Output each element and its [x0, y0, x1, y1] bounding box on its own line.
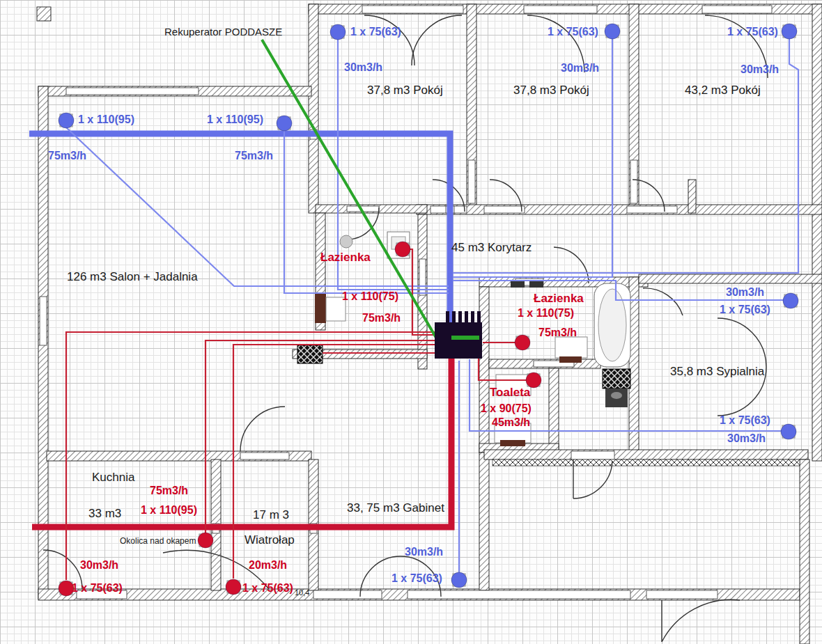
exhaust-duct-label: 30m3/h: [80, 560, 118, 572]
recuperator-connector: [458, 311, 462, 322]
exhaust-duct-label: 1 x 110(95): [141, 505, 197, 517]
exhaust-duct-label: 1 x 75(63): [242, 583, 293, 595]
room-label: 45 m3 Korytarz: [451, 242, 532, 254]
sink: [511, 281, 525, 288]
exhaust-duct-label: 1 x 110(75): [518, 308, 574, 320]
room-label: Kuchnia: [92, 471, 134, 484]
door-arc: [240, 407, 285, 451]
room-label: Okolica nad okapem: [120, 537, 196, 546]
door-arc: [662, 599, 740, 642]
exhaust-duct-label: 20m3/h: [249, 560, 287, 572]
recuperator-connector: [477, 311, 481, 322]
supply-vent-icon: [783, 293, 798, 308]
terrace-insulation-band: [493, 460, 800, 466]
supply-duct-label: 75m3/h: [235, 150, 273, 162]
door-arc: [412, 15, 462, 65]
recuperator-connector: [465, 311, 468, 322]
supply-vent-icon: [605, 24, 620, 39]
room-label: 43,2 m3 Pokój: [685, 84, 761, 97]
supply-duct-label: 1 x 75(63): [391, 573, 442, 585]
exhaust-duct-label: 1 x 75(63): [72, 583, 123, 595]
exhaust-duct-label: 75m3/h: [362, 313, 401, 324]
chimney: [37, 7, 51, 21]
exhaust-duct-label: 45m3/h: [492, 417, 530, 429]
supply-vent-icon: [782, 24, 797, 39]
supply-duct-label: 30m3/h: [561, 63, 599, 74]
sink: [529, 281, 543, 288]
recuperator-connector: [446, 311, 449, 322]
supply-vent-icon: [277, 116, 292, 131]
vanity: [555, 337, 587, 358]
shower-drain: [340, 235, 352, 248]
room-label: 37,8 m3 Pokój: [367, 84, 443, 97]
supply-duct-label: 30m3/h: [740, 64, 779, 76]
supply-vent-icon: [781, 424, 796, 439]
supply-duct-label: 30m3/h: [727, 433, 766, 445]
supply-duct-label: 1 x 75(63): [720, 415, 770, 427]
room-label: Rekuperator PODDASZE: [164, 26, 282, 38]
supply-duct-label: 30m3/h: [405, 547, 443, 558]
room-label: Wiatrołap: [245, 534, 295, 547]
fireplace: [297, 345, 323, 363]
room-label: 126 m3 Salon + Jadalnia: [67, 271, 198, 283]
exhaust-vent-icon: [395, 242, 410, 257]
exhaust-vent-icon: [515, 335, 530, 350]
cabinet-front: [500, 440, 525, 446]
exhaust-duct-label: 75m3/h: [150, 485, 188, 497]
recuperator-unit: [435, 322, 482, 359]
boiler-top: [611, 392, 622, 399]
supply-vent-icon: [59, 113, 74, 128]
supply-duct-label: 1 x 75(63): [548, 26, 598, 38]
door-arc: [643, 288, 683, 315]
supply-duct-label: 75m3/h: [48, 150, 86, 162]
supply-duct-label: 1 x 75(63): [727, 26, 778, 38]
room-label: 10,4: [295, 589, 309, 597]
recuperator-connector: [471, 311, 474, 322]
supply-duct-label: 30m3/h: [344, 62, 382, 74]
floor-plan-canvas: Rekuperator PODDASZE37,8 m3 Pokój37,8 m3…: [0, 0, 822, 644]
exhaust-vent-icon: [198, 533, 213, 548]
door-arc: [718, 318, 766, 367]
supply-duct-label: 1 x 110(95): [78, 114, 134, 126]
supply-duct-label: 1 x 75(63): [720, 304, 770, 316]
room-label: 17 m 3: [253, 509, 289, 521]
exhaust-branch-okap: [206, 340, 437, 546]
supply-duct-label: 1 x 75(63): [350, 26, 401, 38]
room-label: 35,8 m3 Sypialnia: [670, 366, 764, 378]
supply-duct-label: 30m3/h: [726, 287, 764, 299]
exhaust-duct-label: 1 x 110(75): [342, 291, 398, 303]
exhaust-duct-label: Toaleta: [490, 386, 530, 399]
room-label: 33 m3: [88, 508, 121, 520]
boiler-flue: [603, 369, 630, 388]
exhaust-duct-label: Łazienka: [534, 292, 584, 305]
room-label: 37,8 m3 Pokój: [513, 84, 589, 97]
supply-duct-label: 1 x 110(95): [207, 114, 263, 126]
supply-vent-icon: [330, 24, 346, 40]
room-label: 33, 75 m3 Gabinet: [347, 502, 444, 515]
exhaust-duct-label: Łazienka: [320, 251, 371, 264]
exhaust-duct-label: 1 x 90(75): [481, 403, 532, 415]
door-arc: [364, 15, 414, 65]
exhaust-duct-label: 75m3/h: [538, 327, 577, 339]
supply-vent-icon: [451, 572, 467, 588]
bathroom-cabinet: [315, 292, 326, 323]
vanity-cabinet: [559, 356, 582, 363]
exhaust-vent-icon: [226, 579, 241, 595]
recuperator-connector: [452, 311, 456, 322]
recuperator-green-port: [451, 336, 479, 340]
